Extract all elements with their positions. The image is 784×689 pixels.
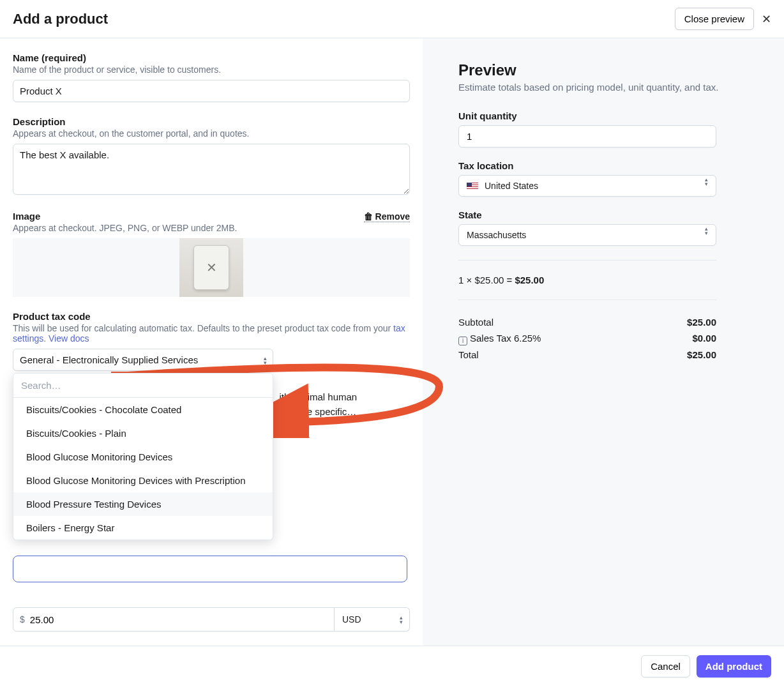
subtotal-row: Subtotal $25.00 [458,314,716,330]
close-preview-button[interactable]: Close preview [675,8,754,30]
totals-table: Subtotal $25.00 iSales Tax 6.25% $0.00 T… [458,314,716,363]
tax-location-select[interactable]: United States [458,175,716,197]
tax-code-option[interactable]: Boilers - Energy Star [13,516,273,540]
tax-code-search-input[interactable] [13,374,273,398]
tax-code-option[interactable]: Blood Glucose Monitoring Devices [13,445,273,469]
tax-code-selected[interactable]: General - Electronically Supplied Servic… [13,349,273,371]
price-input[interactable] [30,614,328,625]
tax-code-label: Product tax code [13,311,410,322]
trash-icon: 🗑 [364,211,373,222]
tax-location-label: Tax location [458,160,758,171]
image-preview-container: ✕ [13,238,410,297]
tax-code-option[interactable]: Biscuits/Cookies - Chocolate Coated [13,398,273,421]
currency-value: USD [342,614,361,625]
state-label: State [458,209,758,220]
add-product-button[interactable]: Add product [697,655,771,678]
product-image-placeholder-icon: ✕ [193,245,229,290]
tax-code-select[interactable]: General - Electronically Supplied Servic… [13,349,273,371]
close-icon[interactable]: ✕ [762,12,771,26]
tax-code-option[interactable]: Blood Pressure Testing Devices [13,492,273,516]
image-help: Appears at checkout. JPEG, PNG, or WEBP … [13,223,410,233]
info-icon[interactable]: i [458,337,467,345]
price-row: $ USD [13,607,410,632]
unit-qty-label: Unit quantity [458,110,758,121]
us-flag-icon [467,183,478,190]
name-help: Name of the product or service, visible … [13,64,410,75]
name-input[interactable] [13,80,410,102]
currency-symbol: $ [20,614,25,625]
footer: Cancel Add product [0,646,784,686]
name-label: Name (required) [13,52,410,63]
tax-code-field: Product tax code This will be used for c… [13,311,410,371]
tax-code-option[interactable]: Blood Glucose Monitoring Devices with Pr… [13,469,273,492]
image-field: Image 🗑 Remove Appears at checkout. JPEG… [13,211,410,297]
remove-image-button[interactable]: 🗑 Remove [364,211,410,222]
name-field: Name (required) Name of the product or s… [13,52,410,102]
description-field: Description Appears at checkout, on the … [13,116,410,197]
unit-qty-input[interactable] [458,125,716,148]
description-label: Description [13,116,410,127]
divider [458,299,716,300]
image-preview[interactable]: ✕ [179,238,243,297]
calc-line: 1 × $25.00 = $25.00 [458,275,758,285]
sales-tax-row: iSales Tax 6.25% $0.00 [458,330,716,347]
cancel-button[interactable]: Cancel [641,655,690,678]
tax-code-help: This will be used for calculating automa… [13,323,410,344]
page-title: Add a product [13,11,108,27]
total-row: Total $25.00 [458,347,716,363]
tax-code-option[interactable]: Biscuits/Cookies - Plain [13,421,273,445]
chevron-updown-icon [705,226,708,235]
state-select[interactable]: Massachusetts [458,224,716,246]
chevron-updown-icon [705,177,708,186]
price-input-group[interactable]: $ [13,607,335,632]
currency-select[interactable]: USD [335,607,410,632]
page-header: Add a product Close preview ✕ [0,0,784,38]
focused-input-outline[interactable] [13,556,407,582]
description-input[interactable]: The best X available. [13,144,410,195]
chevron-updown-icon [400,615,403,624]
truncated-help-text: xer more specific… [275,406,356,417]
tax-code-dropdown: Biscuits/Cookies - Chocolate Coated Bisc… [13,373,273,540]
view-docs-link[interactable]: View docs [49,333,89,344]
truncated-help-text: xith minimal human [275,391,357,402]
image-label: Image [13,211,40,222]
preview-subtitle: Estimate totals based on pricing model, … [458,82,758,93]
description-help: Appears at checkout, on the customer por… [13,128,410,139]
divider [458,260,716,261]
preview-title: Preview [458,61,758,79]
